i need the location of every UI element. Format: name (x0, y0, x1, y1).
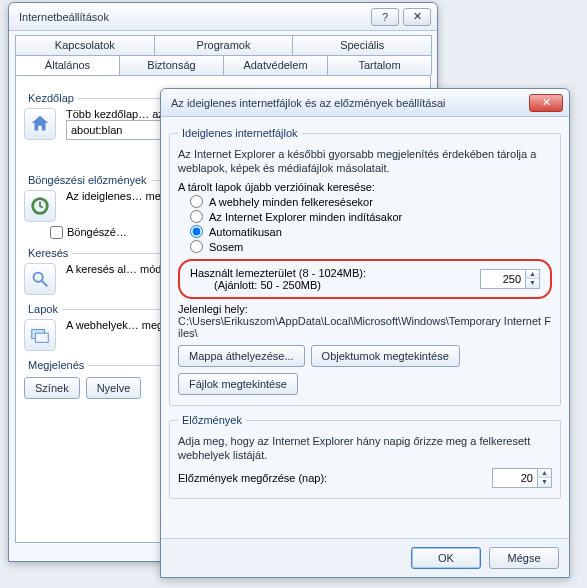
history-delete-label: Böngészé… (67, 226, 127, 238)
history-icon (24, 190, 56, 222)
dialog-content: Ideiglenes internetfájlok Az Internet Ex… (161, 117, 569, 515)
disk-space-input[interactable] (481, 270, 525, 288)
tab-general[interactable]: Általános (15, 55, 120, 75)
group-temp-files-label: Ideiglenes internetfájlok (178, 127, 302, 139)
group-homepage-label: Kezdőlap (24, 92, 78, 104)
languages-button[interactable]: Nyelve (86, 377, 142, 399)
svg-point-1 (34, 273, 43, 282)
disk-space-highlight: Használt lemezterület (8 - 1024MB): (Ajá… (178, 259, 552, 299)
tabs-icon (24, 319, 56, 351)
group-history-label: Böngészési előzmények (24, 174, 151, 186)
view-objects-button[interactable]: Objektumok megtekintése (311, 345, 460, 367)
home-icon (24, 108, 56, 140)
window-title: Internetbeállítások (19, 11, 367, 23)
radio-automatic[interactable] (190, 225, 203, 238)
history-desc: Adja meg, hogy az Internet Explorer hány… (178, 434, 552, 462)
titlebar: Az ideiglenes internetfájlok és az előzm… (161, 89, 569, 117)
history-days-label: Előzmények megőrzése (nap): (178, 472, 482, 484)
cancel-button[interactable]: Mégse (489, 547, 559, 569)
titlebar: Internetbeállítások ? ✕ (9, 3, 437, 31)
check-versions-label: A tárolt lapok újabb verzióinak keresése… (178, 181, 552, 193)
radio-every-visit[interactable] (190, 195, 203, 208)
svg-line-2 (42, 281, 48, 287)
temp-desc: Az Internet Explorer a későbbi gyorsabb … (178, 147, 552, 175)
radio-automatic-label: Automatikusan (209, 226, 282, 238)
history-days-spinner[interactable]: ▲ ▼ (492, 468, 552, 488)
help-icon: ? (382, 11, 388, 23)
group-search-label: Keresés (24, 247, 72, 259)
search-icon (24, 263, 56, 295)
close-button[interactable]: ✕ (529, 94, 563, 112)
disk-space-reco: (Ajánlott: 50 - 250MB) (190, 279, 472, 291)
radio-every-start[interactable] (190, 210, 203, 223)
radio-never[interactable] (190, 240, 203, 253)
spin-down-icon[interactable]: ▼ (525, 279, 539, 288)
tabs-row-1: Kapcsolatok Programok Speciális (9, 31, 437, 55)
help-button[interactable]: ? (371, 8, 399, 26)
close-icon: ✕ (542, 96, 551, 109)
current-location-label: Jelenlegi hely: (178, 303, 552, 315)
tabs-row-2: Általános Biztonság Adatvédelem Tartalom (9, 55, 437, 75)
window-title: Az ideiglenes internetfájlok és az előzm… (171, 97, 525, 109)
view-files-button[interactable]: Fájlok megtekintése (178, 373, 298, 395)
group-temp-files: Ideiglenes internetfájlok Az Internet Ex… (169, 127, 561, 406)
group-tabs-label: Lapok (24, 303, 62, 315)
group-appearance-label: Megjelenés (24, 359, 88, 371)
dialog-button-bar: OK Mégse (161, 538, 569, 577)
group-history-label: Előzmények (178, 414, 246, 426)
radio-never-label: Sosem (209, 241, 243, 253)
radio-every-start-label: Az Internet Explorer minden indításakor (209, 211, 402, 223)
tab-programs[interactable]: Programok (154, 35, 294, 55)
tab-privacy[interactable]: Adatvédelem (223, 55, 328, 75)
history-delete-checkbox[interactable] (50, 226, 63, 239)
tab-advanced[interactable]: Speciális (292, 35, 432, 55)
colors-button[interactable]: Színek (24, 377, 80, 399)
radio-every-visit-label: A webhely minden felkeresésekor (209, 196, 373, 208)
group-history: Előzmények Adja meg, hogy az Internet Ex… (169, 414, 561, 499)
svg-rect-4 (35, 333, 48, 342)
ok-button[interactable]: OK (411, 547, 481, 569)
close-button[interactable]: ✕ (403, 8, 431, 26)
current-location-path: C:\Users\Erikuszom\AppData\Local\Microso… (178, 315, 552, 339)
disk-space-spinner[interactable]: ▲ ▼ (480, 269, 540, 289)
tab-content[interactable]: Tartalom (327, 55, 432, 75)
spin-up-icon[interactable]: ▲ (537, 469, 551, 478)
spin-down-icon[interactable]: ▼ (537, 478, 551, 487)
tab-connections[interactable]: Kapcsolatok (15, 35, 155, 55)
close-icon: ✕ (413, 10, 422, 23)
temp-files-settings-window: Az ideiglenes internetfájlok és az előzm… (160, 88, 570, 578)
move-folder-button[interactable]: Mappa áthelyezése... (178, 345, 305, 367)
disk-space-label: Használt lemezterület (8 - 1024MB): (190, 267, 472, 279)
history-days-input[interactable] (493, 469, 537, 487)
tab-security[interactable]: Biztonság (119, 55, 224, 75)
spin-up-icon[interactable]: ▲ (525, 270, 539, 279)
